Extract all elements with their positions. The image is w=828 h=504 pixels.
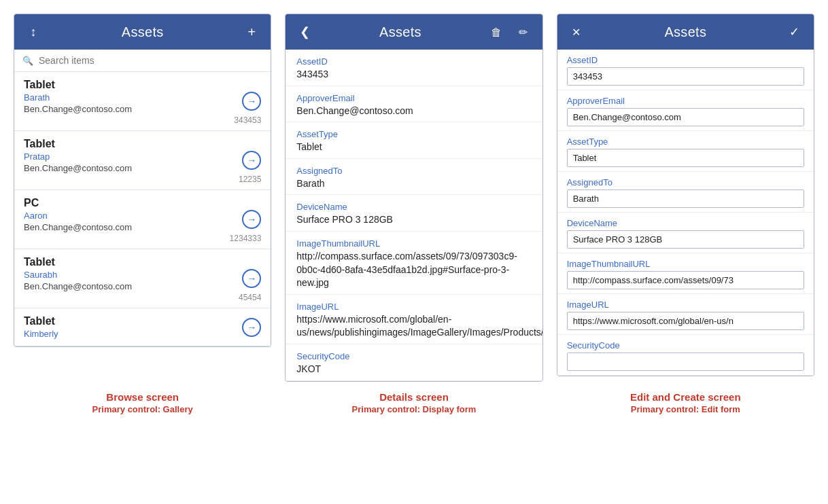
item-subtitle: Pratap bbox=[24, 151, 261, 162]
detail-label: ImageURL bbox=[296, 302, 531, 312]
arrow-right-icon[interactable]: → bbox=[242, 92, 261, 111]
item-id: 343453 bbox=[24, 115, 261, 125]
browse-header: Assets bbox=[14, 14, 271, 50]
edit-label: ApproverEmail bbox=[567, 96, 804, 106]
item-email: Ben.Change@contoso.com bbox=[24, 281, 261, 291]
list-item[interactable]: PC Aaron Ben.Change@contoso.com 1234333 … bbox=[14, 190, 271, 249]
edit-input[interactable] bbox=[567, 67, 804, 86]
edit-caption: Edit and Create screen Primary control: … bbox=[557, 391, 814, 414]
edit-label: SecurityCode bbox=[567, 340, 804, 350]
detail-row: AssetType Tablet bbox=[286, 122, 542, 159]
details-header-actions bbox=[487, 25, 533, 39]
detail-label: ImageThumbnailURL bbox=[296, 238, 531, 249]
details-screen: Assets AssetID 343453 ApproverEmail Ben.… bbox=[285, 14, 542, 382]
detail-label: AssetID bbox=[296, 56, 531, 67]
details-header: Assets bbox=[286, 14, 542, 50]
item-id: 1234333 bbox=[24, 234, 261, 243]
edit-body: AssetID ApproverEmail AssetType Assigned… bbox=[557, 50, 814, 376]
item-email: Ben.Change@contoso.com bbox=[24, 163, 261, 173]
edit-input[interactable] bbox=[567, 190, 804, 208]
details-body: AssetID 343453 ApproverEmail Ben.Change@… bbox=[286, 50, 542, 381]
edit-input[interactable] bbox=[567, 271, 804, 289]
edit-caption-title: Edit and Create screen bbox=[557, 391, 814, 403]
detail-label: SecurityCode bbox=[296, 351, 531, 361]
close-icon[interactable] bbox=[567, 25, 586, 39]
edit-label: AssetType bbox=[567, 137, 804, 147]
captions-container: Browse screen Primary control: Gallery D… bbox=[14, 391, 814, 414]
detail-value: https://www.microsoft.com/global/en-us/n… bbox=[296, 313, 531, 340]
edit-screen: Assets AssetID ApproverEmail AssetType A… bbox=[557, 14, 814, 376]
detail-row: DeviceName Surface PRO 3 128GB bbox=[286, 195, 542, 232]
browse-caption-title: Browse screen bbox=[14, 391, 271, 403]
detail-value: JKOT bbox=[296, 363, 531, 376]
details-caption-sub: Primary control: Display form bbox=[285, 404, 542, 414]
item-subtitle: Barath bbox=[24, 92, 261, 103]
edit-row: ImageThumbnailURL bbox=[557, 253, 814, 294]
detail-label: AssignedTo bbox=[296, 166, 531, 176]
details-title: Assets bbox=[314, 24, 486, 40]
item-subtitle: Saurabh bbox=[24, 270, 261, 280]
detail-row: AssignedTo Barath bbox=[286, 159, 542, 196]
edit-input[interactable] bbox=[567, 353, 804, 371]
detail-label: AssetType bbox=[296, 129, 531, 139]
search-input[interactable] bbox=[39, 55, 262, 66]
edit-row: ApproverEmail bbox=[557, 90, 814, 131]
arrow-right-icon[interactable]: → bbox=[242, 151, 261, 170]
item-title: Tablet bbox=[24, 79, 261, 91]
confirm-icon[interactable] bbox=[785, 24, 804, 39]
edit-input[interactable] bbox=[567, 149, 804, 167]
detail-row: ImageThumbnailURL http://compass.surface… bbox=[286, 232, 542, 295]
detail-value: http://compass.surface.com/assets/09/73/… bbox=[296, 250, 531, 290]
back-icon[interactable] bbox=[295, 24, 314, 39]
edit-label: ImageThumbnailURL bbox=[567, 259, 804, 269]
edit-header: Assets bbox=[557, 14, 814, 50]
detail-row: SecurityCode JKOT bbox=[286, 344, 542, 381]
edit-label: DeviceName bbox=[567, 218, 804, 228]
arrow-right-icon[interactable]: → bbox=[242, 318, 261, 337]
item-email: Ben.Change@contoso.com bbox=[24, 104, 261, 114]
item-title: PC bbox=[24, 197, 261, 209]
detail-row: ImageURL https://www.microsoft.com/globa… bbox=[286, 295, 542, 344]
detail-label: ApproverEmail bbox=[296, 93, 531, 103]
arrow-right-icon[interactable]: → bbox=[242, 210, 261, 229]
item-title: Tablet bbox=[24, 315, 261, 327]
edit-label: ImageURL bbox=[567, 300, 804, 310]
edit-row: DeviceName bbox=[557, 213, 814, 253]
item-id: 45454 bbox=[24, 293, 261, 302]
item-subtitle: Kimberly bbox=[24, 329, 261, 339]
list-item[interactable]: Tablet Saurabh Ben.Change@contoso.com 45… bbox=[14, 249, 271, 308]
list-item[interactable]: Tablet Kimberly → bbox=[14, 308, 271, 346]
edit-row: AssetID bbox=[557, 50, 814, 90]
add-icon[interactable] bbox=[242, 24, 261, 40]
browse-caption: Browse screen Primary control: Gallery bbox=[14, 391, 271, 414]
list-item[interactable]: Tablet Pratap Ben.Change@contoso.com 122… bbox=[14, 131, 271, 190]
details-caption-title: Details screen bbox=[285, 391, 542, 403]
item-id: 12235 bbox=[24, 175, 261, 184]
screens-container: Assets Tablet Barath Ben.Change@contoso.… bbox=[14, 14, 814, 382]
edit-icon[interactable] bbox=[514, 25, 533, 39]
detail-value: Tablet bbox=[296, 141, 531, 154]
detail-row: AssetID 343453 bbox=[286, 50, 542, 86]
sort-icon[interactable] bbox=[24, 25, 43, 39]
arrow-right-icon[interactable]: → bbox=[242, 269, 261, 288]
edit-input[interactable] bbox=[567, 108, 804, 126]
edit-title: Assets bbox=[586, 24, 785, 40]
details-caption: Details screen Primary control: Display … bbox=[285, 391, 542, 414]
edit-row: SecurityCode bbox=[557, 335, 814, 376]
browse-caption-sub: Primary control: Gallery bbox=[14, 404, 271, 414]
detail-value: 343453 bbox=[296, 68, 531, 82]
list-item[interactable]: Tablet Barath Ben.Change@contoso.com 343… bbox=[14, 72, 271, 131]
delete-icon[interactable] bbox=[487, 25, 506, 39]
edit-input[interactable] bbox=[567, 312, 804, 330]
detail-row: ApproverEmail Ben.Change@contoso.com bbox=[286, 86, 542, 123]
item-subtitle: Aaron bbox=[24, 211, 261, 221]
browse-screen: Assets Tablet Barath Ben.Change@contoso.… bbox=[14, 14, 271, 347]
item-title: Tablet bbox=[24, 138, 261, 150]
search-bar bbox=[14, 50, 271, 72]
edit-row: AssetType bbox=[557, 131, 814, 172]
detail-value: Barath bbox=[296, 177, 531, 191]
browse-title: Assets bbox=[43, 24, 242, 40]
detail-value: Surface PRO 3 128GB bbox=[296, 213, 531, 227]
edit-caption-sub: Primary control: Edit form bbox=[557, 404, 814, 414]
edit-input[interactable] bbox=[567, 230, 804, 249]
